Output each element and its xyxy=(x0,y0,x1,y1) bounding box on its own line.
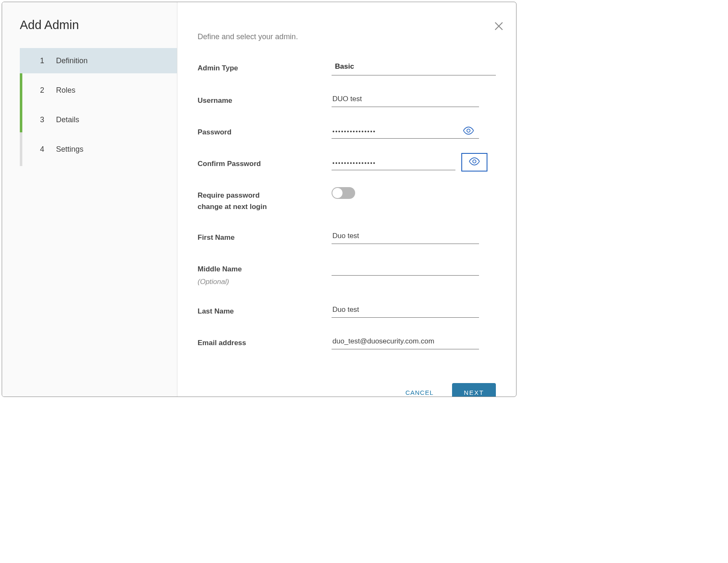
row-first-name: First Name xyxy=(198,229,496,244)
label-confirm-password: Confirm Password xyxy=(198,158,332,169)
show-confirm-password-button[interactable] xyxy=(461,153,487,172)
username-input[interactable] xyxy=(332,92,479,107)
next-button[interactable]: NEXT xyxy=(452,383,496,397)
svg-point-1 xyxy=(473,160,476,163)
step-number: 3 xyxy=(40,115,46,124)
step-number: 1 xyxy=(40,56,46,65)
step-details[interactable]: 3 Details xyxy=(20,107,177,132)
row-username: Username xyxy=(198,92,496,107)
show-password-button[interactable] xyxy=(461,125,476,138)
step-label: Roles xyxy=(56,86,75,95)
row-last-name: Last Name xyxy=(198,303,496,318)
close-button[interactable] xyxy=(493,21,504,33)
label-first-name: First Name xyxy=(198,232,332,243)
row-admin-type: Admin Type Basic xyxy=(198,60,496,75)
label-middle-name: Middle Name xyxy=(198,263,332,275)
add-admin-dialog: Add Admin 1 Definition 2 Roles 3 Details xyxy=(2,2,517,397)
label-username: Username xyxy=(198,95,332,106)
confirm-password-input[interactable] xyxy=(332,155,455,170)
admin-type-select[interactable]: Basic xyxy=(332,60,496,75)
row-email: Email address xyxy=(198,335,496,349)
cancel-button[interactable]: CANCEL xyxy=(397,383,442,397)
wizard-sidebar: Add Admin 1 Definition 2 Roles 3 Details xyxy=(2,2,177,397)
toggle-knob xyxy=(332,188,343,198)
row-confirm-password: Confirm Password xyxy=(198,155,496,170)
close-icon xyxy=(493,21,504,32)
first-name-input[interactable] xyxy=(332,229,479,244)
row-require-change: Require password change at next login xyxy=(198,187,496,212)
wizard-steps: 1 Definition 2 Roles 3 Details 4 Setting… xyxy=(20,48,177,162)
middle-name-input[interactable] xyxy=(332,261,479,276)
label-email: Email address xyxy=(198,337,332,349)
password-input[interactable] xyxy=(332,124,479,139)
step-roles[interactable]: 2 Roles xyxy=(20,78,177,103)
svg-point-0 xyxy=(467,129,470,132)
label-middle-name-optional: (Optional) xyxy=(198,278,332,286)
last-name-input[interactable] xyxy=(332,303,479,318)
step-settings[interactable]: 4 Settings xyxy=(20,137,177,162)
step-label: Settings xyxy=(56,145,83,154)
step-label: Details xyxy=(56,115,79,124)
wizard-subtitle: Define and select your admin. xyxy=(198,32,496,41)
eye-icon xyxy=(463,126,474,135)
wizard-main: Define and select your admin. Admin Type… xyxy=(177,2,516,397)
step-number: 2 xyxy=(40,86,46,95)
dialog-title: Add Admin xyxy=(2,18,177,32)
step-list: 1 Definition 2 Roles 3 Details 4 Setting… xyxy=(20,48,177,162)
step-label: Definition xyxy=(56,56,88,65)
step-number: 4 xyxy=(40,145,46,154)
step-definition[interactable]: 1 Definition xyxy=(20,48,177,73)
label-last-name: Last Name xyxy=(198,306,332,317)
label-require-change: Require password change at next login xyxy=(198,190,282,212)
email-input[interactable] xyxy=(332,335,479,349)
eye-icon xyxy=(469,157,480,166)
row-password: Password xyxy=(198,124,496,139)
label-password: Password xyxy=(198,126,332,138)
require-change-toggle[interactable] xyxy=(332,187,355,199)
label-admin-type: Admin Type xyxy=(198,62,332,74)
row-middle-name: Middle Name (Optional) xyxy=(198,261,496,286)
wizard-footer: CANCEL NEXT xyxy=(198,366,496,397)
